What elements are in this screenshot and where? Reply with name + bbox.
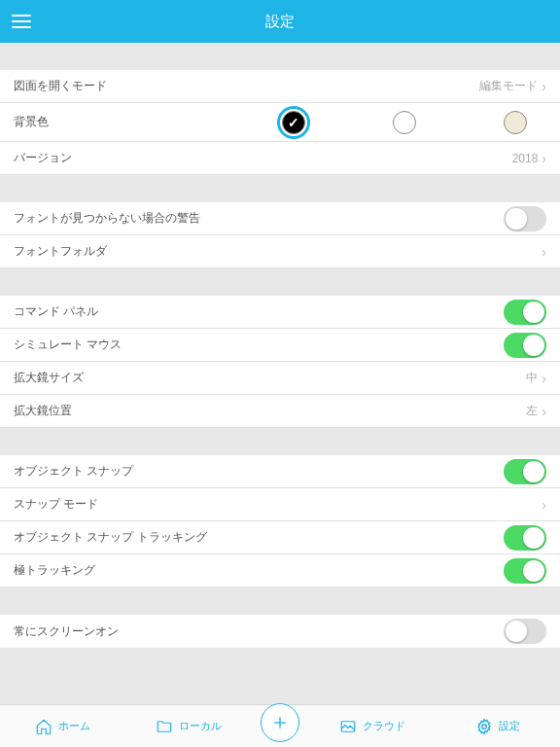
row-label: バージョン (14, 150, 512, 166)
tabbar: ホーム ローカル クラウド 設定 (0, 704, 560, 747)
row-label: オブジェクト スナップ (14, 463, 504, 480)
row-label: 極トラッキング (14, 562, 504, 579)
row-open-mode[interactable]: 図面を開くモード編集モード› (0, 70, 560, 103)
row-command-panel: コマンド パネル (0, 296, 560, 329)
tab-label: 設定 (499, 719, 520, 733)
row-value: 編集モード (479, 78, 538, 94)
row-label: 背景色 (14, 114, 282, 130)
row-simulate-mouse: シミュレート マウス (0, 329, 560, 362)
add-button[interactable] (261, 703, 299, 742)
header: 設定 (0, 0, 560, 43)
row-object-snap: オブジェクト スナップ (0, 455, 560, 488)
row-screen-on: 常にスクリーンオン (0, 615, 560, 648)
toggle-object-snap-tracking[interactable] (504, 525, 546, 551)
home-icon (35, 718, 52, 735)
tab-cloud[interactable]: クラウド (309, 718, 435, 735)
row-label: シミュレート マウス (14, 337, 504, 353)
svg-point-1 (481, 724, 486, 729)
row-polar-tracking: 極トラッキング (0, 554, 560, 587)
tab-label: クラウド (363, 719, 405, 733)
color-swatch-2[interactable] (504, 111, 527, 134)
chevron-right-icon: › (542, 151, 546, 166)
tab-local[interactable]: ローカル (125, 718, 251, 735)
row-label: 拡大鏡サイズ (14, 370, 526, 386)
gear-icon (475, 718, 493, 735)
row-bg-color: 背景色 (0, 103, 560, 142)
folder-icon (156, 718, 173, 735)
row-magnifier-pos[interactable]: 拡大鏡位置左› (0, 395, 560, 428)
chevron-right-icon: › (542, 497, 546, 513)
row-font-folder[interactable]: フォントフォルダ› (0, 235, 560, 268)
chevron-right-icon: › (542, 244, 546, 260)
color-swatch-0[interactable] (282, 111, 305, 134)
row-label: スナップ モード (14, 496, 542, 513)
page-title: 設定 (265, 13, 295, 31)
settings-list: 図面を開くモード編集モード›背景色バージョン2018›フォントが見つからない場合… (0, 43, 560, 704)
row-label: 拡大鏡位置 (14, 403, 526, 419)
color-swatch-1[interactable] (393, 111, 416, 134)
row-label: フォントが見つからない場合の警告 (14, 210, 504, 227)
row-label: オブジェクト スナップ トラッキング (14, 529, 504, 546)
toggle-object-snap[interactable] (504, 459, 546, 484)
row-value: 左 (526, 403, 538, 419)
hamburger-icon (12, 15, 31, 28)
tab-settings[interactable]: 設定 (435, 718, 560, 735)
row-version[interactable]: バージョン2018› (0, 142, 560, 175)
image-icon (339, 718, 357, 735)
row-label: 常にスクリーンオン (14, 623, 504, 640)
row-label: 図面を開くモード (14, 78, 479, 94)
row-label: フォントフォルダ (14, 243, 542, 260)
plus-icon (270, 713, 290, 732)
row-value: 2018 (512, 152, 539, 165)
toggle-font-warning[interactable] (504, 206, 546, 231)
chevron-right-icon: › (542, 371, 546, 386)
toggle-simulate-mouse[interactable] (504, 333, 546, 358)
row-magnifier-size[interactable]: 拡大鏡サイズ中› (0, 362, 560, 395)
chevron-right-icon: › (542, 79, 546, 94)
row-object-snap-tracking: オブジェクト スナップ トラッキング (0, 521, 560, 554)
toggle-polar-tracking[interactable] (504, 558, 546, 584)
toggle-screen-on[interactable] (504, 619, 546, 644)
menu-button[interactable] (12, 0, 31, 43)
tab-label: ローカル (179, 719, 222, 733)
tab-home[interactable]: ホーム (0, 718, 125, 735)
row-label: コマンド パネル (14, 303, 504, 320)
row-value: 中 (526, 370, 538, 386)
chevron-right-icon: › (542, 404, 546, 419)
toggle-command-panel[interactable] (504, 300, 546, 325)
row-font-warning: フォントが見つからない場合の警告 (0, 202, 560, 235)
tab-label: ホーム (58, 719, 90, 733)
row-snap-mode[interactable]: スナップ モード› (0, 488, 560, 521)
